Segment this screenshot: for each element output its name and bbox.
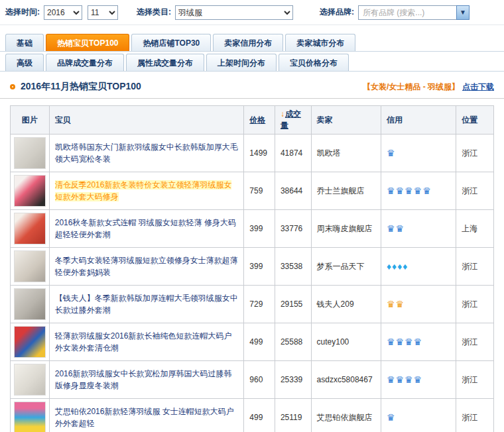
volume-cell: 38644: [275, 172, 311, 210]
volume-cell: 25588: [275, 323, 311, 361]
crown-credit-icon: ♛: [395, 374, 404, 385]
table-row: 轻薄款羽绒服女2016新款长袖纯色短款连帽大码户外女装外套清仓潮 499 255…: [11, 323, 494, 361]
tab-group-basic: 基础: [5, 34, 44, 51]
product-thumbnail[interactable]: [14, 288, 46, 320]
product-title-link[interactable]: 艾思铂依2016新款轻薄羽绒服 女士连帽短款大码户外外套超轻: [55, 407, 234, 428]
brand-search-input[interactable]: [358, 5, 456, 20]
page-title: 2016年11月热销宝贝TOP100: [21, 81, 363, 93]
product-title-link[interactable]: 轻薄款羽绒服女2016新款长袖纯色短款连帽大码户外女装外套清仓潮: [55, 331, 232, 352]
tab-seller-city-distribution[interactable]: 卖家城市分布: [285, 34, 355, 51]
volume-cell: 33538: [275, 248, 311, 286]
tab-group-advanced: 高级: [5, 54, 44, 71]
product-thumbnail[interactable]: [14, 326, 46, 358]
app-window: 选择时间: 2016 11 选择类目: 羽绒服 选择品牌: ▼ 基础 热销宝贝T…: [0, 0, 504, 432]
column-header-price[interactable]: 价格: [244, 106, 275, 135]
volume-cell: 41874: [275, 135, 311, 172]
product-thumbnail[interactable]: [14, 137, 46, 169]
credit-icons-cell: ♛♛♛♛: [381, 323, 456, 361]
tab-hot-shops-top30[interactable]: 热销店铺TOP30: [131, 34, 211, 51]
crown-credit-icon: ♛: [405, 186, 413, 196]
category-filter-label: 选择类目:: [137, 7, 171, 18]
crown-credit-icon: ♛: [405, 374, 413, 385]
seller-cell: 凯欧塔: [311, 135, 381, 172]
product-thumbnail[interactable]: [14, 402, 46, 432]
product-title-link[interactable]: 冬季大码女装轻薄羽绒服短款立领修身女士薄款超薄轻便外套妈妈装: [55, 256, 238, 277]
volume-cell: 33776: [275, 210, 311, 248]
product-thumbnail[interactable]: [14, 364, 46, 396]
product-thumbnail[interactable]: [14, 213, 46, 244]
seller-cell: 梦系一品天下: [311, 248, 381, 286]
column-header-seller: 卖家: [311, 106, 381, 135]
category-select[interactable]: 羽绒服: [175, 5, 293, 20]
sort-descending-icon: ↓: [281, 109, 284, 119]
credit-icons-cell: ♛: [381, 135, 456, 172]
tab-attribute-volume-distribution[interactable]: 属性成交量分布: [126, 54, 204, 71]
crown-credit-icon: ♛: [414, 186, 422, 196]
tab-seller-credit-distribution[interactable]: 卖家信用分布: [213, 34, 283, 51]
diamond-credit-icon: ♦: [387, 261, 391, 272]
table-row: 2016秋冬新款女式连帽 羽绒服女短款轻薄 修身大码超轻轻便外套潮 399 33…: [11, 210, 494, 248]
tab-hot-items-top100[interactable]: 热销宝贝TOP100: [46, 34, 129, 51]
product-thumbnail[interactable]: [14, 175, 46, 207]
price-cell: 729: [244, 286, 275, 323]
product-thumbnail[interactable]: [14, 250, 46, 282]
tab-strip: 基础 热销宝贝TOP100 热销店铺TOP30 卖家信用分布 卖家城市分布 高级…: [0, 32, 504, 72]
credit-icons-cell: ♛: [381, 399, 456, 432]
tab-item-price-distribution[interactable]: 宝贝价格分布: [279, 54, 349, 71]
seller-cell: cutey100: [311, 323, 381, 361]
tab-brand-volume-distribution[interactable]: 品牌成交量分布: [46, 54, 124, 71]
breadcrumb: 【女装/女士精品 - 羽绒服】: [363, 81, 460, 93]
diamond-credit-icon: ♦: [403, 261, 407, 272]
crown-credit-icon: ♛: [387, 374, 395, 385]
table-row: 冬季大码女装轻薄羽绒服短款立领修身女士薄款超薄轻便外套妈妈装 399 33538…: [11, 248, 494, 286]
location-cell: 浙江: [456, 135, 494, 172]
location-cell: 浙江: [456, 323, 494, 361]
location-cell: 浙江: [456, 248, 494, 286]
orange-bullet-icon: [10, 84, 15, 89]
brand-dropdown-button[interactable]: ▼: [456, 5, 470, 20]
column-header-credit: 信用: [381, 106, 456, 135]
product-title-link[interactable]: 清仓反季2016新款冬装特价女装立领轻薄羽绒服女短款外套大码修身: [55, 180, 232, 201]
filter-bar: 选择时间: 2016 11 选择类目: 羽绒服 选择品牌: ▼: [0, 0, 504, 25]
tab-listing-time-distribution[interactable]: 上架时间分布: [206, 54, 277, 71]
crown-credit-icon: ♛: [395, 186, 404, 196]
crown-credit-icon: ♛: [387, 186, 395, 196]
product-title-link[interactable]: 2016新款羽绒服女中长款宽松加厚韩国大码过膝韩版修身显瘦冬装潮: [55, 369, 232, 390]
product-title-link[interactable]: 凯欧塔韩国东大门新款羽绒服女中长款韩版加厚大毛领大码宽松冬装: [55, 142, 238, 164]
table-row: 清仓反季2016新款冬装特价女装立领轻薄羽绒服女短款外套大码修身 759 386…: [11, 172, 494, 210]
crown-credit-icon: ♛: [387, 337, 395, 347]
price-cell: 759: [244, 172, 275, 210]
brand-combobox: ▼: [358, 5, 470, 20]
table-row: 凯欧塔韩国东大门新款羽绒服女中长款韩版加厚大毛领大码宽松冬装 1499 4187…: [11, 135, 494, 172]
location-cell: 浙江: [456, 172, 494, 210]
price-sort-link[interactable]: 价格: [249, 115, 265, 125]
section-header: 2016年11月热销宝贝TOP100 【女装/女士精品 - 羽绒服】 点击下载: [10, 81, 494, 93]
product-title-link[interactable]: 2016秋冬新款女式连帽 羽绒服女短款轻薄 修身大码超轻轻便外套潮: [55, 218, 236, 239]
seller-cell: 钱夫人209: [311, 286, 381, 323]
credit-icons-cell: ♛♛♛♛♛: [381, 172, 456, 210]
product-title-link[interactable]: 【钱夫人】冬季新款韩版加厚连帽大毛领羽绒服女中长款过膝外套潮: [55, 294, 238, 315]
volume-cell: 29155: [275, 286, 311, 323]
column-header-location: 位置: [456, 106, 494, 135]
location-cell: 浙江: [456, 361, 494, 399]
price-cell: 1499: [244, 135, 275, 172]
crown-credit-icon: ♛: [387, 412, 395, 423]
advanced-tab-row: 高级 品牌成交量分布 属性成交量分布 上架时间分布 宝贝价格分布: [0, 52, 504, 72]
basic-tab-row: 基础 热销宝贝TOP100 热销店铺TOP30 卖家信用分布 卖家城市分布: [0, 32, 504, 52]
column-header-volume[interactable]: ↓成交量: [275, 106, 311, 135]
price-cell: 499: [244, 399, 275, 432]
crown-credit-icon: ♛: [387, 299, 395, 309]
price-cell: 499: [244, 323, 275, 361]
crown-credit-icon: ♛: [405, 337, 413, 347]
diamond-credit-icon: ♦: [397, 261, 402, 272]
month-select[interactable]: 11: [88, 5, 118, 20]
download-link[interactable]: 点击下载: [462, 81, 494, 93]
seller-cell: 乔士兰旗舰店: [311, 172, 381, 210]
crown-credit-icon: ♛: [387, 148, 395, 158]
column-header-item: 宝贝: [49, 106, 244, 135]
time-filter-label: 选择时间:: [5, 7, 40, 18]
price-cell: 399: [244, 248, 275, 286]
year-select[interactable]: 2016: [44, 5, 82, 20]
crown-credit-icon: ♛: [422, 186, 431, 196]
seller-cell: asdzxc5808467: [311, 361, 381, 399]
